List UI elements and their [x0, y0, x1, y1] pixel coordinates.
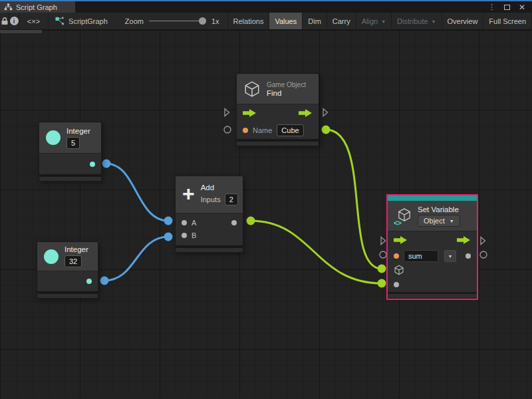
inputs-label: Inputs: [201, 196, 221, 203]
node-title: Find: [267, 89, 281, 97]
toolbar-button-align[interactable]: Align ▼: [356, 13, 391, 29]
input-a-label: A: [192, 219, 196, 227]
variable-name-select[interactable]: sum: [404, 250, 438, 262]
node-title: Integer: [66, 127, 90, 135]
name-value-field[interactable]: Cube: [277, 124, 303, 136]
node-integer-32[interactable]: Integer 32: [37, 241, 98, 299]
node-integer-5[interactable]: Integer 5: [39, 122, 102, 182]
node-footer: [37, 293, 98, 299]
input-b-dot[interactable]: [182, 233, 187, 238]
port-find-flow-in[interactable]: [225, 109, 229, 116]
variable-name-input-dot[interactable]: [394, 253, 399, 259]
node-footer: [175, 247, 243, 253]
game-object-cube-icon: [243, 80, 261, 98]
integer-value-field[interactable]: 5: [66, 137, 80, 149]
chevron-down-icon: ▼: [448, 254, 453, 259]
edge-find-to-setvariable-object[interactable]: [326, 130, 382, 269]
port-setvariable-flow-in[interactable]: [381, 237, 386, 245]
maximize-icon[interactable]: [504, 5, 510, 10]
distribute-label: Distribute: [397, 17, 428, 25]
port-setvariable-value-input[interactable]: [378, 279, 386, 288]
flow-in-arrow-icon[interactable]: [243, 109, 257, 117]
toolbar-button-dim[interactable]: Dim: [302, 13, 327, 29]
align-label: Align: [362, 17, 378, 25]
integer-value-field[interactable]: 32: [65, 255, 82, 267]
port-add-output[interactable]: [247, 217, 255, 225]
toolbar-button-values[interactable]: Values: [269, 13, 302, 29]
object-input-cube-icon[interactable]: [394, 265, 404, 275]
info-button[interactable]: i: [9, 13, 19, 29]
set-variable-icon: <>: [394, 207, 412, 225]
info-icon: i: [10, 17, 19, 25]
toolbar-button-distribute[interactable]: Distribute ▼: [391, 13, 441, 29]
zoom-label: Zoom: [125, 17, 144, 25]
variable-scope-dropdown[interactable]: Object ▼: [418, 215, 460, 227]
tab-bar: Script Graph ⋮ ✕: [0, 1, 532, 13]
port-setvariable-name-in[interactable]: [380, 251, 386, 258]
chevron-down-icon: ▼: [432, 19, 436, 24]
close-icon[interactable]: ✕: [519, 3, 525, 12]
toolbar-button-carry[interactable]: Carry: [327, 13, 356, 29]
lock-button[interactable]: [0, 13, 9, 29]
edge-add-to-setvariable-value[interactable]: [251, 221, 382, 283]
add-icon: +: [182, 185, 195, 202]
node-add[interactable]: + Add Inputs 2 A B: [175, 176, 243, 253]
zoom-slider[interactable]: [149, 17, 206, 25]
node-footer: [388, 293, 477, 299]
zoom-value: 1x: [211, 17, 219, 25]
toolbar-button-overview[interactable]: Overview: [442, 13, 483, 29]
input-b-label: B: [192, 231, 196, 239]
variable-name-dropdown-button[interactable]: ▼: [444, 250, 456, 262]
node-set-variable[interactable]: <> Set Variable Object ▼: [386, 194, 478, 300]
port-setvariable-flow-out[interactable]: [481, 237, 485, 245]
flow-out-arrow-icon[interactable]: [457, 236, 471, 244]
value-input-dot[interactable]: [394, 282, 399, 287]
lock-icon: [1, 17, 9, 25]
port-setvariable-object-input[interactable]: [378, 265, 386, 273]
value-output-dot[interactable]: [466, 253, 471, 259]
scope-label: Object: [424, 217, 445, 225]
integer-output-dot[interactable]: [86, 279, 92, 284]
port-add-input-a[interactable]: [164, 217, 173, 225]
chevron-down-icon: ▼: [450, 219, 454, 223]
node-category: Game Object: [267, 81, 306, 88]
zoom-slider-track: [149, 21, 206, 21]
integer-output-dot[interactable]: [90, 162, 95, 167]
graph-breadcrumb[interactable]: ScriptGraph: [49, 13, 116, 29]
integer-icon: [46, 130, 61, 145]
inputs-count-field[interactable]: 2: [225, 194, 238, 205]
toolbar-button-fullscreen[interactable]: Full Screen: [483, 13, 532, 29]
script-graph-icon: [55, 17, 65, 25]
node-footer: [39, 176, 102, 182]
graph-canvas[interactable]: Integer 5 Integer 32: [0, 30, 532, 398]
tab-script-graph[interactable]: Script Graph: [0, 1, 75, 13]
node-title: Set Variable: [418, 205, 459, 213]
port-integer32-output[interactable]: [100, 277, 109, 285]
port-find-result-output[interactable]: [322, 126, 331, 134]
output-dot[interactable]: [231, 220, 237, 225]
port-setvariable-value-out[interactable]: [480, 251, 487, 258]
toolbar-button-relations[interactable]: Relations: [227, 13, 269, 29]
edge-integer32-to-add-b[interactable]: [104, 237, 168, 281]
flow-out-arrow-icon[interactable]: [299, 109, 313, 117]
name-input-dot[interactable]: [243, 128, 248, 133]
tab-title: Script Graph: [16, 3, 57, 11]
flow-in-arrow-icon[interactable]: [394, 236, 408, 244]
chevron-down-icon: ▼: [381, 19, 386, 24]
node-title: Integer: [65, 245, 88, 253]
input-a-dot[interactable]: [182, 220, 187, 225]
code-view-button[interactable]: <×>: [19, 13, 49, 29]
variable-kind-strip: [388, 196, 477, 201]
node-find[interactable]: Game Object Find Name Cube: [236, 73, 319, 146]
graph-hierarchy-icon: [4, 3, 13, 11]
port-add-input-b[interactable]: [164, 233, 173, 241]
node-footer: [236, 141, 319, 146]
edge-integer5-to-add-a[interactable]: [106, 164, 168, 221]
port-integer5-output[interactable]: [102, 160, 111, 168]
zoom-slider-handle[interactable]: [199, 17, 206, 25]
port-find-name-in[interactable]: [224, 126, 231, 133]
graph-name: ScriptGraph: [68, 17, 108, 25]
window-menu-icon[interactable]: ⋮: [488, 3, 495, 11]
graph-toolbar: i <×> ScriptGraph Zoom 1x Relations Valu…: [0, 13, 532, 30]
port-find-flow-out[interactable]: [323, 109, 328, 116]
